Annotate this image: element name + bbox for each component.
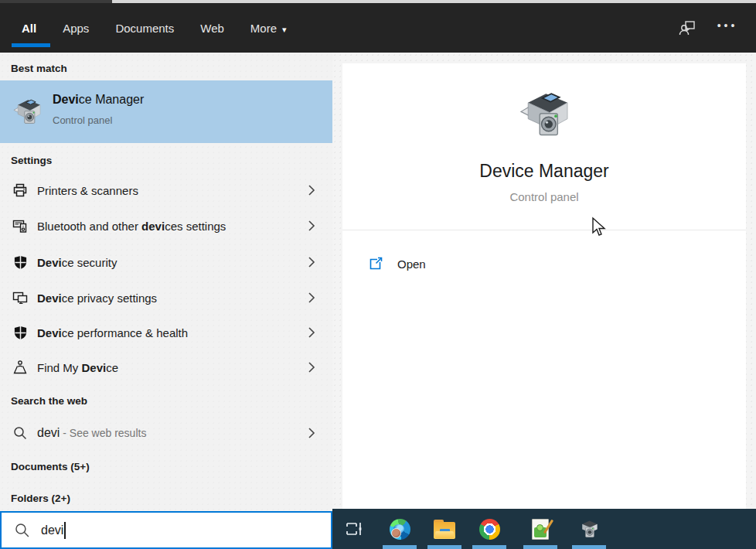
edge-logo bbox=[390, 519, 410, 540]
text-caret bbox=[64, 522, 66, 539]
search-input-value: devi bbox=[41, 523, 63, 537]
tab-web[interactable]: Web bbox=[200, 22, 224, 35]
folders-group-header[interactable]: Folders (2+) bbox=[11, 493, 70, 504]
tab-more[interactable]: More▾ bbox=[250, 22, 287, 35]
image-document-shape bbox=[532, 519, 549, 540]
best-match-subtitle: Control panel bbox=[53, 114, 112, 126]
tab-documents[interactable]: Documents bbox=[115, 22, 174, 35]
documents-group-header[interactable]: Documents (5+) bbox=[11, 461, 90, 472]
search-header: All Apps Documents Web More▾ ••• bbox=[0, 3, 756, 53]
image-sun bbox=[536, 524, 543, 531]
best-match-title: Device Manager bbox=[53, 93, 144, 107]
devices-icon bbox=[12, 218, 28, 234]
search-input[interactable]: devi bbox=[0, 511, 332, 549]
search-icon bbox=[14, 522, 30, 538]
search-results-panel: Best match Device Manager Control panel bbox=[0, 53, 332, 510]
device-manager-icon bbox=[11, 96, 43, 128]
text-segment: ce bbox=[106, 361, 118, 374]
web-result-label: devi - See web results bbox=[37, 426, 146, 440]
settings-item-label: Device performance & health bbox=[37, 326, 188, 339]
running-indicator bbox=[472, 545, 506, 549]
running-indicator bbox=[572, 545, 606, 549]
tab-all[interactable]: All bbox=[22, 22, 36, 35]
preview-subtitle: Control panel bbox=[342, 190, 746, 203]
text-segment: Devi bbox=[37, 256, 62, 269]
folder-lip bbox=[435, 531, 454, 538]
preview-card: Device Manager Control panel Open bbox=[342, 63, 746, 509]
best-match-section-label: Best match bbox=[11, 63, 67, 74]
settings-item-device-privacy[interactable]: Device privacy settings bbox=[0, 280, 332, 315]
folder-shape bbox=[434, 522, 455, 539]
web-query-text: devi bbox=[37, 426, 60, 439]
divider bbox=[342, 230, 746, 230]
settings-item-printers-scanners[interactable]: Printers & scanners bbox=[0, 172, 332, 208]
text-segment: ce privacy settings bbox=[62, 292, 157, 305]
chevron-right-icon bbox=[308, 292, 317, 304]
paint-image-icon[interactable] bbox=[530, 518, 551, 540]
text-segment: ce performance & health bbox=[62, 326, 188, 339]
chrome-logo bbox=[479, 519, 500, 540]
preview-title: Device Manager bbox=[342, 161, 746, 182]
text-segment: Find My bbox=[37, 361, 82, 374]
settings-item-label: Find My Device bbox=[37, 361, 118, 374]
tab-apps[interactable]: Apps bbox=[63, 22, 89, 35]
open-external-icon bbox=[368, 256, 383, 271]
taskbar bbox=[332, 509, 756, 549]
search-icon bbox=[12, 425, 28, 441]
best-match-device-manager[interactable]: Device Manager Control panel bbox=[0, 80, 332, 143]
running-indicator bbox=[383, 545, 417, 549]
tab-more-label: More bbox=[250, 22, 277, 35]
shield-icon bbox=[12, 325, 28, 340]
settings-item-device-security[interactable]: Device security bbox=[0, 244, 332, 280]
text-segment: Bluetooth and other bbox=[37, 220, 141, 233]
chevron-down-icon: ▾ bbox=[282, 25, 287, 34]
settings-item-label: Device privacy settings bbox=[37, 292, 157, 305]
shield-icon bbox=[12, 254, 28, 270]
device-manager-icon bbox=[516, 87, 573, 144]
chrome-icon[interactable] bbox=[478, 518, 500, 540]
monitors-icon bbox=[12, 290, 28, 305]
web-suffix-text: - See web results bbox=[60, 427, 146, 439]
text-segment: ce Manager bbox=[79, 93, 145, 106]
search-web-section-label: Search the web bbox=[11, 395, 87, 407]
chevron-right-icon bbox=[308, 220, 317, 232]
mouse-cursor bbox=[590, 217, 607, 238]
web-result-item[interactable]: devi - See web results bbox=[0, 415, 332, 451]
open-action[interactable]: Open bbox=[342, 247, 746, 280]
chevron-right-icon bbox=[308, 427, 317, 439]
person-pin-icon bbox=[12, 360, 28, 375]
pencil-shape bbox=[543, 519, 553, 534]
text-segment: Devi bbox=[37, 292, 62, 305]
running-indicator bbox=[523, 545, 557, 549]
chevron-right-icon bbox=[308, 326, 317, 339]
settings-item-bluetooth-devices[interactable]: Bluetooth and other devices settings bbox=[0, 208, 332, 244]
chevron-right-icon bbox=[308, 256, 317, 268]
ellipsis-icon[interactable]: ••• bbox=[717, 18, 737, 38]
settings-item-label: Bluetooth and other devices settings bbox=[37, 220, 226, 233]
printer-icon bbox=[12, 182, 28, 198]
settings-item-find-my-device[interactable]: Find My Device bbox=[0, 350, 332, 385]
file-explorer-icon[interactable] bbox=[434, 518, 455, 540]
text-segment: devi bbox=[141, 220, 165, 233]
edge-icon[interactable] bbox=[389, 518, 410, 540]
search-filter-tabs: All Apps Documents Web More▾ bbox=[22, 3, 287, 53]
windows-search-screen: All Apps Documents Web More▾ ••• Best ma… bbox=[0, 0, 756, 549]
text-segment: Devi bbox=[37, 326, 62, 339]
chevron-right-icon bbox=[308, 184, 317, 196]
text-segment: ce security bbox=[62, 256, 117, 269]
ellipsis-glyph: ••• bbox=[717, 20, 738, 36]
task-view-icon[interactable] bbox=[343, 518, 365, 540]
device-manager-taskbar-icon[interactable] bbox=[578, 518, 600, 540]
preview-backdrop: Device Manager Control panel Open bbox=[332, 53, 756, 509]
text-segment: Printers & scanners bbox=[37, 184, 138, 197]
text-segment: Devi bbox=[53, 93, 79, 106]
text-segment: Devi bbox=[82, 361, 107, 374]
settings-item-label: Device security bbox=[37, 256, 117, 269]
settings-item-device-performance[interactable]: Device performance & health bbox=[0, 315, 332, 350]
settings-item-label: Printers & scanners bbox=[37, 184, 138, 197]
active-tab-underline bbox=[12, 43, 50, 47]
text-segment: ces settings bbox=[165, 220, 226, 233]
chevron-right-icon bbox=[308, 361, 317, 373]
open-action-label: Open bbox=[397, 257, 426, 271]
feedback-icon[interactable] bbox=[677, 18, 697, 38]
